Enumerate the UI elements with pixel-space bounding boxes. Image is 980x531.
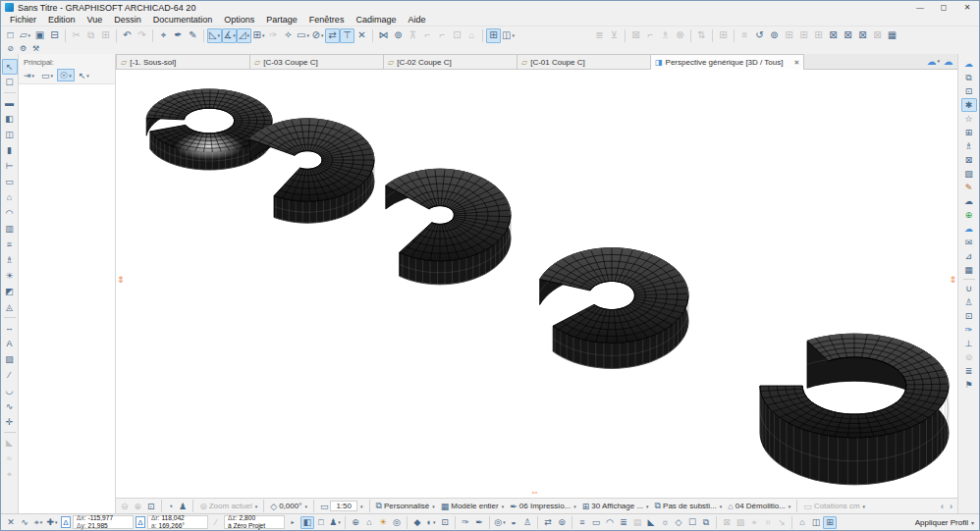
snap-guides-icon[interactable]: ∡▾ <box>222 28 237 43</box>
home-view-button[interactable]: ⌂ <box>795 516 809 529</box>
worksheet-icon[interactable]: ⊗ <box>673 28 687 43</box>
camera-path-button[interactable]: ◎▾ <box>493 516 507 529</box>
profile-diamond-button[interactable]: ◇ <box>672 516 685 529</box>
grid-toggle-button[interactable]: ⊞ <box>823 516 837 529</box>
inject-3d-button[interactable]: ✒ <box>472 516 486 529</box>
pick-up-parameters-icon[interactable]: ⌖ <box>156 28 171 43</box>
settings-toolbar-icon[interactable]: ⚙ <box>17 44 29 54</box>
tracker-add-button[interactable]: ✚▾ <box>45 516 59 529</box>
offset-icon[interactable]: ⌂ <box>464 28 479 43</box>
shell-object-5[interactable] <box>760 334 949 485</box>
saved-views-icon[interactable]: ⊠ <box>961 153 977 167</box>
overflow-indicator-bottom[interactable]: ⇔ <box>530 488 539 497</box>
ibeam-palette-icon[interactable]: ⊥ <box>961 337 977 350</box>
edit-elements-icon[interactable]: ✎ <box>186 28 200 43</box>
fillet-icon[interactable]: ⌐ <box>420 28 435 43</box>
undo-icon[interactable]: ↶ <box>120 28 135 43</box>
render-scene-icon[interactable]: ▦ <box>885 28 899 43</box>
teamwork-reserve-icon[interactable]: ⊞ <box>782 28 796 43</box>
orbit-button[interactable]: ◔ <box>165 500 176 513</box>
tracker-close-button[interactable]: ✕ <box>4 516 18 529</box>
change-manager-icon[interactable]: ⇅ <box>694 28 709 43</box>
filter-elements-button[interactable]: ⊡ <box>438 516 452 529</box>
hand-tool-icon[interactable]: ✑ <box>961 323 977 337</box>
clamp-palette-icon[interactable]: ∪ <box>961 282 977 295</box>
zoom-out-button[interactable]: ⊖ <box>118 500 132 513</box>
tool-dimension[interactable]: ↔ <box>2 320 18 336</box>
dimension-guides-icon[interactable]: ⊤ <box>340 28 354 43</box>
shell-object-3[interactable] <box>386 169 511 285</box>
transform-arrow-button[interactable]: ↘ <box>775 516 789 529</box>
markup-tools-icon[interactable]: ✉ <box>961 236 977 249</box>
adjust-icon[interactable]: ⊼ <box>406 28 420 43</box>
marquee-3d-button[interactable]: ◆ <box>410 516 424 529</box>
tool-window[interactable]: ◫ <box>2 127 18 142</box>
layer-combination-dropdown[interactable]: ⧉Personnalisé▾ <box>373 500 438 513</box>
split-icon[interactable]: ⊚ <box>391 28 406 43</box>
globe-button[interactable]: ⊕ <box>349 516 362 529</box>
tool-lamp[interactable]: ☀ <box>2 268 18 284</box>
teamwork-send-icon[interactable]: ⊞ <box>811 28 826 43</box>
scale-dropdown[interactable]: ▭1:50▾ <box>317 500 366 513</box>
tracker-expand-button[interactable]: ▸ <box>286 516 299 529</box>
principal-frame-button[interactable]: ▭▾ <box>38 69 56 81</box>
exchange-button[interactable]: ⇄ <box>541 516 555 529</box>
tool-zone[interactable]: ◩ <box>2 284 18 299</box>
stamp-palette-icon[interactable]: ♙ <box>961 295 977 309</box>
tool-object[interactable]: ♗ <box>2 252 18 268</box>
tool-door[interactable]: ◧ <box>2 111 18 127</box>
camera-settings-button[interactable]: ◎ <box>390 516 404 529</box>
vr-object-button[interactable]: ◒ <box>507 516 520 529</box>
graphic-override-dropdown[interactable]: ⧉Pas de substi...▾ <box>652 500 726 513</box>
minimize-button[interactable]: — <box>908 1 932 14</box>
inject-parameters-icon[interactable]: ✒ <box>171 28 186 43</box>
navigator-icon[interactable]: ⧉ <box>961 71 977 84</box>
tab-close-icon[interactable]: ✕ <box>793 59 799 67</box>
menu-cadimage[interactable]: Cadimage <box>350 14 402 26</box>
axonometry-button[interactable]: □ <box>314 516 328 529</box>
tab-perspective-3d[interactable]: ◨Perspective générique [3D / Tous]✕ <box>650 54 804 70</box>
cancel-icon[interactable]: ✕ <box>354 28 369 43</box>
menu-edition[interactable]: Edition <box>42 14 82 26</box>
menu-partage[interactable]: Partage <box>260 14 303 26</box>
quickbar-scroll-right-button[interactable]: › <box>947 500 955 513</box>
menu-vue[interactable]: Vue <box>82 14 109 26</box>
magnifier-palette-icon[interactable]: ⊚ <box>961 350 977 364</box>
model-view-options-dropdown[interactable]: ⊞30 Affichage ...▾ <box>579 500 652 513</box>
home-story-button[interactable]: ⌂ <box>362 516 376 529</box>
profile-manager-icon[interactable]: ⊿ <box>961 249 977 263</box>
view-3d-style-button[interactable]: ◧ <box>300 516 314 529</box>
magic-wand-icon[interactable]: ✧ <box>281 28 296 43</box>
tracker-curve-button[interactable]: ∿ <box>18 516 31 529</box>
principal-arrow-button[interactable]: ↖▾ <box>76 69 92 81</box>
tool-beam[interactable]: ⊢ <box>2 158 18 174</box>
tool-spline[interactable]: ∿ <box>2 398 18 414</box>
organizer-icon[interactable]: ⊡ <box>961 84 977 98</box>
walk-mode-button[interactable]: ♟▾ <box>328 516 342 529</box>
teamwork-release-icon[interactable]: ⊞ <box>796 28 811 43</box>
overflow-indicator-left[interactable]: ⇕ <box>117 276 125 285</box>
copy-icon[interactable]: ⧉ <box>83 28 98 43</box>
menu-aide[interactable]: Aide <box>402 14 431 26</box>
tool-arrow[interactable]: ↖ <box>2 59 18 75</box>
fly-mode-button[interactable]: ♙ <box>520 516 534 529</box>
tab-coupe-c01[interactable]: ▱[C-01 Coupe C] <box>517 54 651 69</box>
grid-palette-icon[interactable]: ▦ <box>961 263 977 277</box>
tracker-line-button[interactable]: ∕ <box>209 516 223 529</box>
section-icon[interactable]: ⌐ <box>643 28 658 43</box>
element-settings-icon[interactable]: ♗ <box>961 139 977 153</box>
teamwork-cloud-icon[interactable]: ☁ <box>961 57 977 71</box>
zoom-preset-dropdown[interactable]: ⊚Zoom actuel▾ <box>196 500 260 513</box>
grid-snap-icon[interactable]: ⊞▾ <box>251 28 266 43</box>
tab-coupe-c02[interactable]: ▱[C-02 Coupe C] <box>383 54 517 69</box>
marker-icon[interactable]: ⊠ <box>628 28 643 43</box>
stories-icon[interactable]: ⊻ <box>607 28 622 43</box>
redo-icon[interactable]: ↷ <box>135 28 149 43</box>
editing-plane-icon[interactable]: ⇄ <box>325 28 340 43</box>
tool-arc[interactable]: ◡ <box>2 383 18 398</box>
dimension-style-dropdown[interactable]: ▭Cotations cm▾ <box>800 500 868 513</box>
tool-fill[interactable]: ▨ <box>2 351 18 367</box>
profile-rows-button[interactable]: ≣ <box>617 516 630 529</box>
camera-path-icon[interactable]: ⊠ <box>855 28 870 43</box>
flag-palette-icon[interactable]: ⚑ <box>961 378 977 392</box>
